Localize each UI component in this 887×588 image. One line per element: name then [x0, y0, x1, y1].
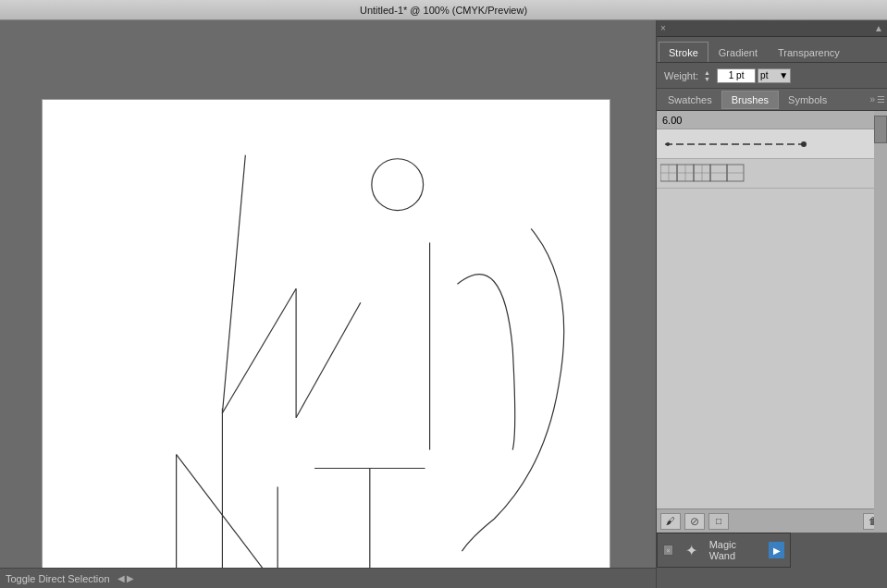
- arrow-right-icon[interactable]: ▶: [127, 573, 134, 583]
- panel-scrollbar[interactable]: [874, 111, 887, 533]
- svg-point-0: [372, 159, 424, 211]
- brush-row-1[interactable]: [657, 129, 887, 159]
- weight-input-group: ▲ ▼ pt ▼: [704, 68, 791, 83]
- brushes-value-text: 6.00: [662, 115, 682, 126]
- weight-spinners[interactable]: ▲ ▼: [704, 69, 715, 82]
- panel-scroll-thumb[interactable]: [874, 116, 887, 143]
- brush-libraries-button[interactable]: 🖌: [660, 513, 681, 530]
- weight-unit-text: pt: [760, 70, 768, 80]
- brushes-panel: 6.00: [657, 111, 887, 533]
- stroke-tab[interactable]: Stroke: [659, 42, 708, 62]
- magic-wand-label: Magic Wand: [709, 539, 762, 561]
- artwork-svg: [43, 100, 610, 588]
- brush-row-2[interactable]: [657, 159, 887, 189]
- toggle-label: Toggle Direct Selection: [6, 573, 110, 584]
- panel-menu-icon[interactable]: ☰: [877, 94, 885, 104]
- swatch-tabs-more: » ☰: [869, 94, 885, 104]
- brushes-toolbar: 🖌 ⊘ □ 🗑: [657, 508, 887, 533]
- brushes-tab[interactable]: Brushes: [721, 91, 779, 109]
- weight-input[interactable]: [717, 68, 756, 83]
- artboard: [42, 99, 610, 588]
- magic-wand-play-button[interactable]: ▶: [769, 542, 784, 558]
- canvas-area: Toggle Direct Selection ◀ ▶: [0, 20, 656, 588]
- weight-up-icon[interactable]: ▲: [704, 69, 715, 76]
- new-brush-icon: □: [716, 516, 721, 526]
- weight-label: Weight:: [664, 70, 698, 81]
- brush-preview-2: [660, 163, 771, 185]
- gradient-tab[interactable]: Gradient: [708, 42, 768, 62]
- brush-options-button[interactable]: ⊘: [684, 513, 705, 530]
- panel-close-icon[interactable]: ×: [660, 23, 666, 33]
- magic-wand-icon: ✦: [681, 539, 701, 561]
- panel-collapse-icon[interactable]: ▲: [874, 23, 883, 33]
- symbols-tab[interactable]: Symbols: [779, 91, 836, 109]
- brushes-content: [657, 129, 887, 508]
- weight-down-icon[interactable]: ▼: [704, 76, 715, 82]
- svg-point-3: [801, 141, 807, 147]
- panel-top-bar: × ▲: [657, 20, 887, 37]
- weight-unit-arrow: ▼: [779, 70, 788, 80]
- weight-unit-dropdown[interactable]: pt ▼: [758, 68, 791, 83]
- stroke-tabs: Stroke Gradient Transparency: [657, 37, 887, 63]
- main-layout: Toggle Direct Selection ◀ ▶ × ▲ Stroke G…: [0, 20, 887, 588]
- magic-wand-close-icon: ×: [667, 547, 671, 554]
- status-bar: Toggle Direct Selection ◀ ▶: [0, 568, 656, 588]
- new-brush-button[interactable]: □: [708, 513, 729, 530]
- transparency-tab[interactable]: Transparency: [768, 42, 850, 62]
- brush-libraries-icon: 🖌: [666, 516, 675, 526]
- magic-wand-panel: × ✦ Magic Wand ▶: [657, 533, 791, 568]
- magic-wand-close-button[interactable]: ×: [663, 545, 673, 556]
- brushes-value-row: 6.00: [657, 111, 887, 129]
- arrow-left-icon[interactable]: ◀: [117, 573, 125, 583]
- title-bar: Untitled-1* @ 100% (CMYK/Preview): [0, 0, 887, 20]
- title-text: Untitled-1* @ 100% (CMYK/Preview): [360, 5, 527, 16]
- weight-row: Weight: ▲ ▼ pt ▼: [657, 63, 887, 89]
- brush-preview-1: [660, 135, 808, 153]
- right-panel: × ▲ Stroke Gradient Transparency Weight:…: [656, 20, 887, 588]
- swatches-tab[interactable]: Swatches: [659, 91, 721, 109]
- more-panels-icon[interactable]: »: [869, 94, 875, 104]
- svg-point-2: [666, 142, 670, 146]
- navigation-arrows: ◀ ▶: [117, 573, 134, 583]
- swatch-tabs: Swatches Brushes Symbols » ☰: [657, 89, 887, 111]
- toggle-direct-selection-button[interactable]: Toggle Direct Selection: [6, 573, 110, 584]
